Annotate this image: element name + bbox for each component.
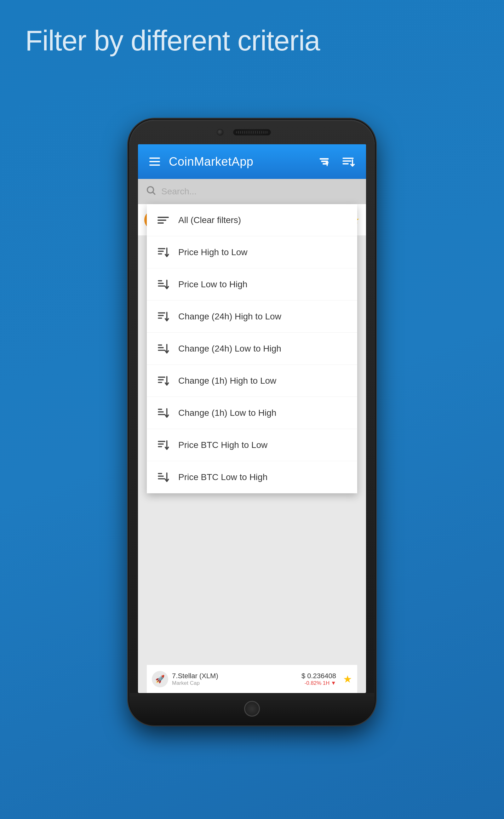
- svg-rect-1: [321, 161, 328, 162]
- filter-change24h-low-high-label: Change (24h) Low to High: [178, 344, 281, 354]
- filter-button[interactable]: [316, 153, 333, 170]
- sort-low-high-icon-1: [156, 278, 170, 291]
- search-icon: [146, 185, 156, 198]
- app-title: CoinMarketApp: [169, 155, 309, 169]
- filter-option-change24h-high-low[interactable]: Change (24h) High to Low: [147, 301, 357, 333]
- stellar-name: 7.Stellar (XLM): [172, 672, 298, 680]
- search-bar: Search...: [138, 179, 366, 204]
- stellar-sub: Market Cap: [172, 680, 298, 686]
- filter-option-all[interactable]: All (Clear filters): [147, 204, 357, 236]
- stellar-price-wrap: $ 0.236408 -0.82% 1H ▼: [301, 672, 336, 686]
- svg-rect-3: [327, 163, 328, 166]
- phone-camera: [217, 129, 224, 136]
- phone-device: CoinMarketApp: [129, 120, 375, 725]
- filter-change1h-high-low-label: Change (1h) High to Low: [178, 376, 276, 386]
- filter-option-price-low-high[interactable]: Price Low to High: [147, 268, 357, 301]
- stellar-coin-icon: 🚀: [152, 671, 168, 687]
- sort-low-high-icon-4: [156, 470, 170, 484]
- sort-low-high-icon-3: [156, 406, 170, 420]
- page-title: Filter by different criteria: [25, 25, 479, 56]
- sort-high-low-icon-2: [156, 310, 170, 324]
- filter-dropdown: All (Clear filters) Price High to Low: [147, 204, 357, 493]
- filter-all-icon: [156, 213, 170, 227]
- sort-high-low-icon-1: [156, 245, 170, 259]
- filter-option-change1h-low-high[interactable]: Change (1h) Low to High: [147, 397, 357, 429]
- filter-change1h-low-high-label: Change (1h) Low to High: [178, 408, 276, 418]
- filter-pricebtc-low-high-label: Price BTC Low to High: [178, 472, 267, 482]
- filter-option-pricebtc-low-high[interactable]: Price BTC Low to High: [147, 461, 357, 493]
- phone-speaker: [233, 129, 271, 135]
- phone-top-bar: [202, 127, 302, 138]
- menu-button[interactable]: [147, 155, 163, 168]
- sort-button[interactable]: [339, 152, 357, 171]
- filter-option-price-high-low[interactable]: Price High to Low: [147, 236, 357, 268]
- filter-option-change1h-high-low[interactable]: Change (1h) High to Low: [147, 365, 357, 397]
- sort-high-low-icon-4: [156, 438, 170, 452]
- filter-pricebtc-high-low-label: Price BTC High to Low: [178, 440, 267, 450]
- stellar-star-icon[interactable]: ★: [343, 673, 352, 685]
- phone-sensor: [280, 129, 287, 136]
- app-bar: CoinMarketApp: [138, 144, 366, 179]
- stellar-bar[interactable]: 🚀 7.Stellar (XLM) Market Cap $ 0.236408 …: [147, 665, 357, 693]
- sort-low-high-icon-2: [156, 342, 170, 356]
- svg-rect-4: [326, 162, 329, 163]
- svg-line-10: [153, 192, 155, 194]
- search-input[interactable]: Search...: [161, 186, 358, 197]
- home-button[interactable]: [244, 701, 260, 717]
- phone-screen: CoinMarketApp: [138, 144, 366, 693]
- filter-change24h-high-low-label: Change (24h) High to Low: [178, 312, 281, 322]
- stellar-price: $ 0.236408: [301, 672, 336, 680]
- filter-price-low-high-label: Price Low to High: [178, 279, 247, 289]
- filter-price-high-low-label: Price High to Low: [178, 247, 247, 257]
- svg-rect-0: [320, 158, 329, 160]
- phone-home-bar: [129, 693, 375, 725]
- stellar-change: -0.82% 1H ▼: [301, 680, 336, 686]
- filter-all-label: All (Clear filters): [178, 215, 241, 225]
- sort-high-low-icon-3: [156, 374, 170, 388]
- filter-option-pricebtc-high-low[interactable]: Price BTC High to Low: [147, 429, 357, 461]
- stellar-info: 7.Stellar (XLM) Market Cap: [172, 672, 298, 686]
- filter-option-change24h-low-high[interactable]: Change (24h) Low to High: [147, 333, 357, 365]
